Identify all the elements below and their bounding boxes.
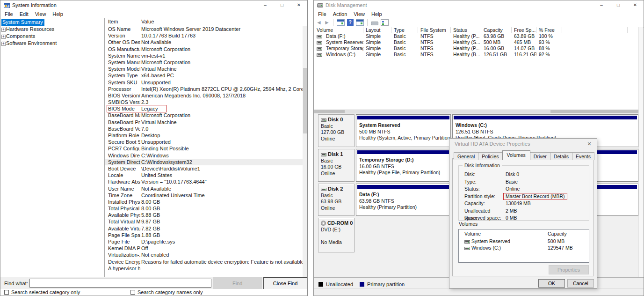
menu-item[interactable]: Help xyxy=(49,11,66,17)
menu-item[interactable]: View xyxy=(32,11,50,17)
si-list-row[interactable]: Installed Physi... 8.00 GB xyxy=(105,199,303,205)
col-capacity[interactable]: Capacity xyxy=(481,27,512,33)
search-selected-category-checkbox[interactable] xyxy=(4,290,9,295)
dialog-volume-row[interactable]: Windows (C:) 129547 MB xyxy=(459,244,589,251)
disk1-label[interactable]: Disk 1 Basic 16.00 GB Online xyxy=(318,149,355,182)
refresh-disk-icon[interactable] xyxy=(371,22,378,25)
si-list-row[interactable]: A hypervisor h... xyxy=(105,265,303,272)
col-layout[interactable]: Layout xyxy=(363,27,391,33)
si-list-row[interactable]: Kernel DMA Pr... Off xyxy=(105,245,303,252)
close-icon[interactable]: ✕ xyxy=(627,0,644,10)
tree-item-system-summary[interactable]: System Summary xyxy=(1,19,44,26)
si-list-row[interactable]: Processor Intel(R) Xeon(R) Platinum 8272… xyxy=(105,86,303,92)
si-list-row[interactable]: Available Phys... 5.88 GB xyxy=(105,212,303,218)
dialog-tab[interactable]: Driver xyxy=(530,152,550,160)
si-list-row[interactable]: Hardware Abs... Version = "10.0.17763.46… xyxy=(105,178,303,185)
minimize-icon[interactable]: – xyxy=(593,0,610,10)
partition-system-reserved[interactable]: System Reserved 500 MB NTFS Healthy (Sys… xyxy=(356,114,451,147)
back-icon[interactable]: ◄ xyxy=(316,19,322,26)
si-list-row[interactable]: Windows Dire... C:\Windows xyxy=(105,152,303,159)
expand-plus-icon[interactable]: + xyxy=(1,35,6,39)
forward-icon[interactable]: ► xyxy=(324,19,330,26)
disk2-label[interactable]: Disk 2 Basic 63.98 GB Online xyxy=(318,184,355,216)
col-volume[interactable]: Volume xyxy=(314,27,363,33)
show-action-pane-icon[interactable] xyxy=(356,19,364,26)
si-list-row[interactable]: Platform Role Desktop xyxy=(105,132,303,139)
col-free-space[interactable]: Free Sp... xyxy=(512,27,536,33)
tree-item[interactable]: +Software Environment xyxy=(1,40,104,47)
si-list-row[interactable]: SMBIOS Version 2.3 xyxy=(105,99,303,105)
dialog-tab[interactable]: Volumes xyxy=(502,150,530,160)
si-list-row[interactable]: BaseBoard Ver... 7.0 xyxy=(105,126,303,132)
expand-plus-icon[interactable]: + xyxy=(1,28,6,32)
dialog-tab[interactable]: Events xyxy=(572,152,594,160)
si-list-row[interactable]: OS Name Microsoft Windows Server 2019 Da… xyxy=(105,26,303,32)
volume-row[interactable]: Data (F:) Simple Basic NTFS Healthy (P..… xyxy=(314,33,643,39)
si-list-row[interactable]: Device Encrypt... Reasons for failed aut… xyxy=(105,259,303,265)
find-what-input[interactable] xyxy=(29,279,211,288)
si-list-row[interactable]: Virtualization-... Not enabled xyxy=(105,252,303,258)
cancel-button[interactable]: Cancel xyxy=(567,279,594,288)
si-list-row[interactable]: System Manuf... Microsoft Corporation xyxy=(105,59,303,66)
dialog-tab[interactable]: General xyxy=(454,152,478,160)
tree-item[interactable]: +Components xyxy=(1,33,104,40)
properties-list-icon[interactable] xyxy=(381,19,389,26)
si-list-row[interactable]: Time Zone Coordinated Universal Time xyxy=(105,192,303,199)
si-list-row[interactable]: Boot Device \Device\HarddiskVolume1 xyxy=(105,165,303,172)
si-list-row[interactable]: Version 10.0.17763 Build 17763 xyxy=(105,32,303,39)
si-list-row[interactable]: Locale United States xyxy=(105,172,303,178)
show-console-tree-icon[interactable] xyxy=(337,19,345,26)
properties-button[interactable]: Properties xyxy=(549,265,589,274)
column-header-item[interactable]: Item xyxy=(105,18,140,26)
menu-item[interactable]: Edit xyxy=(16,11,32,17)
disk0-label[interactable]: Disk 0 Basic 127.00 GB Online xyxy=(318,114,355,147)
si-list-row[interactable]: Total Physical ... 8.00 GB xyxy=(105,205,303,212)
vertical-scrollbar[interactable] xyxy=(638,27,643,277)
si-list-row[interactable]: Secure Boot St... Unsupported xyxy=(105,139,303,145)
close-find-button[interactable]: Close Find xyxy=(263,277,307,289)
horizontal-scrollbar[interactable] xyxy=(314,110,643,113)
si-list-row[interactable]: System SKU Unsupported xyxy=(105,79,303,86)
col-capacity[interactable]: Capacity xyxy=(548,229,567,238)
menu-item[interactable]: Action xyxy=(330,11,351,17)
si-list-row[interactable]: Other OS Desc... Not Available xyxy=(105,39,303,45)
col-type[interactable]: Type xyxy=(391,27,418,33)
dialog-tab[interactable]: Details xyxy=(550,152,572,160)
si-list-row[interactable]: BaseBoard Ma... Microsoft Corporation xyxy=(105,112,303,118)
dialog-tab[interactable]: Policies xyxy=(478,152,502,160)
find-button[interactable]: Find xyxy=(213,277,262,289)
col-status[interactable]: Status xyxy=(451,27,481,33)
si-list-row[interactable]: System Direct... C:\Windows\system32 xyxy=(105,159,303,165)
scrollbar-thumb[interactable] xyxy=(303,68,307,133)
volume-row[interactable]: Windows (C:) Simple Basic NTFS Healthy (… xyxy=(314,52,643,58)
col-file-system[interactable]: File System xyxy=(418,27,451,33)
si-list-row[interactable]: Page File D:\pagefile.sys xyxy=(105,238,303,245)
maximize-icon[interactable]: □ xyxy=(274,0,290,10)
maximize-icon[interactable]: □ xyxy=(610,0,627,10)
si-list-row[interactable]: Available Virtu... 7.82 GB xyxy=(105,225,303,232)
volume-row[interactable]: Temporary Storag... Simple Basic NTFS He… xyxy=(314,45,643,52)
tree-item[interactable]: +Hardware Resources xyxy=(1,26,104,33)
si-list-row[interactable]: System Name vm-test-v1 xyxy=(105,52,303,59)
column-header-value[interactable]: Value xyxy=(140,18,307,26)
si-list-row[interactable]: System Model Virtual Machine xyxy=(105,66,303,72)
volume-row[interactable]: System Reserved Simple Basic NTFS Health… xyxy=(314,39,643,45)
close-icon[interactable]: ✕ xyxy=(290,0,307,10)
si-list-row[interactable]: Total Virtual M... 9.87 GB xyxy=(105,218,303,225)
minimize-icon[interactable]: – xyxy=(257,0,274,10)
si-list-row[interactable]: OS Manufactu... Microsoft Corporation xyxy=(105,46,303,52)
si-list-row[interactable]: System Type x64-based PC xyxy=(105,72,303,79)
si-list-row[interactable]: BaseBoard Pro... Virtual Machine xyxy=(105,119,303,126)
si-list-row[interactable]: PCR7 Configur... Binding Not Possible xyxy=(105,145,303,152)
close-icon[interactable]: ✕ xyxy=(586,141,593,147)
si-list-row[interactable]: BIOS Version/... American Megatrends Inc… xyxy=(105,92,303,99)
help-icon[interactable]: ? xyxy=(347,19,354,26)
si-titlebar[interactable]: System Information – □ ✕ xyxy=(0,0,307,10)
expand-plus-icon[interactable]: + xyxy=(1,42,6,46)
menu-item[interactable]: Help xyxy=(368,11,385,17)
si-list-row[interactable]: User Name Not Available xyxy=(105,185,303,192)
dialog-volume-row[interactable]: System Reserved 500 MB xyxy=(459,238,589,244)
search-category-names-checkbox[interactable] xyxy=(130,290,135,295)
col-volume[interactable]: Volume xyxy=(464,229,548,238)
menu-item[interactable]: File xyxy=(315,11,330,17)
